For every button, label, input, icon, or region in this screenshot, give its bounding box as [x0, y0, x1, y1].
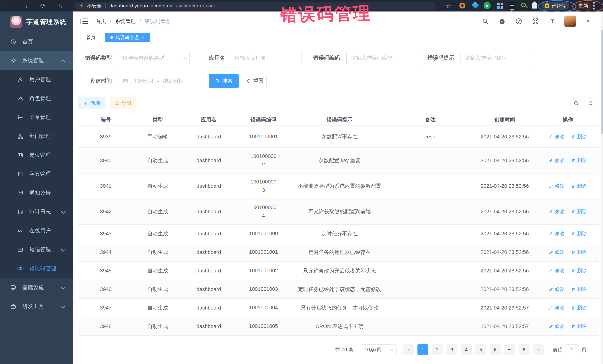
- delete-link[interactable]: 删除: [571, 208, 587, 215]
- logo-image: [10, 16, 22, 28]
- page-button-1[interactable]: 1: [417, 344, 428, 355]
- bookmark-star-icon[interactable]: ☆: [445, 2, 451, 10]
- show-search-toggle-button[interactable]: [570, 97, 582, 109]
- browser-back-button[interactable]: ←: [1, 0, 14, 11]
- breadcrumb-item[interactable]: 系统管理: [115, 18, 136, 25]
- browser-home-button[interactable]: ⌂: [54, 0, 67, 11]
- range-separator: -: [157, 78, 159, 84]
- help-icon[interactable]: [515, 18, 522, 25]
- search-icon[interactable]: [482, 18, 489, 25]
- github-icon[interactable]: [499, 18, 505, 25]
- page-buttons: ‹123456•••8›: [403, 344, 544, 355]
- fullscreen-icon[interactable]: [532, 18, 539, 25]
- more-pages-button[interactable]: •••: [504, 344, 515, 355]
- page-size-select[interactable]: 10条/页: [361, 344, 397, 355]
- refresh-table-button[interactable]: [585, 97, 596, 109]
- sidebar-item-菜单管理[interactable]: 菜单管理: [0, 108, 73, 127]
- page-button-6[interactable]: 6: [490, 344, 500, 355]
- cell-created: 2021-04-20 23:52:56: [473, 133, 536, 141]
- error-hint-input[interactable]: 请输入错误码提示: [461, 51, 532, 65]
- delete-link[interactable]: 删除: [571, 183, 587, 189]
- gear-icon: [10, 58, 17, 64]
- edit-link[interactable]: 修改: [549, 286, 564, 292]
- sidebar-item-基础设施[interactable]: 基础设施: [0, 278, 73, 297]
- cell-app: dashboard: [182, 156, 236, 165]
- error-code-input[interactable]: 请输入错误码编码: [346, 51, 417, 65]
- delete-link[interactable]: 删除: [571, 286, 587, 292]
- sidebar-item-用户管理[interactable]: 用户管理: [0, 70, 73, 89]
- page-button-5[interactable]: 5: [475, 344, 486, 355]
- delete-link[interactable]: 删除: [571, 323, 587, 330]
- prev-page-button[interactable]: ‹: [403, 344, 414, 355]
- error-type-select[interactable]: 请选择错误码类型: [118, 51, 190, 65]
- page-button-3[interactable]: 3: [446, 344, 457, 355]
- page-button-2[interactable]: 2: [432, 344, 443, 355]
- edit-link[interactable]: 修改: [549, 267, 564, 274]
- tab-error-code[interactable]: 错误码管理 ×: [105, 33, 150, 42]
- search-button[interactable]: 搜索: [209, 74, 239, 88]
- edit-link[interactable]: 修改: [549, 305, 564, 311]
- sidebar-item-在线用户[interactable]: 在线用户: [0, 221, 73, 240]
- extension-icon[interactable]: [497, 3, 500, 5]
- profile-paused-chip[interactable]: 已暂停: [541, 2, 569, 10]
- reset-button-label: 重置: [253, 77, 264, 85]
- sidebar-item-岗位管理[interactable]: 岗位管理: [0, 146, 73, 165]
- delete-link[interactable]: 删除: [571, 133, 587, 140]
- extension-icon[interactable]: [459, 3, 465, 9]
- page-button-8[interactable]: 8: [519, 344, 530, 355]
- next-page-button[interactable]: ›: [533, 344, 544, 355]
- edit-link[interactable]: 修改: [549, 323, 564, 330]
- sidebar-item-首页[interactable]: 首页: [0, 32, 73, 51]
- edit-link[interactable]: 修改: [549, 249, 564, 255]
- extension-icon[interactable]: on: [509, 2, 515, 9]
- font-size-icon[interactable]: TT: [549, 18, 555, 24]
- scrollbar-thumb[interactable]: [601, 30, 603, 134]
- extensions-puzzle-icon[interactable]: [532, 3, 537, 9]
- extension-icon[interactable]: v: [484, 2, 491, 9]
- sidebar-item-角色管理[interactable]: 角色管理: [0, 89, 73, 108]
- goto-page: 前往 1 页: [553, 344, 587, 355]
- extension-icon[interactable]: [521, 3, 526, 7]
- sidebar-item-系统管理[interactable]: 系统管理: [0, 51, 73, 70]
- app-name-input[interactable]: 请输入应用名: [230, 51, 302, 65]
- page-button-4[interactable]: 4: [461, 344, 472, 355]
- tab-home[interactable]: 首页: [81, 33, 101, 42]
- cell-created: 2021-04-20 23:52:57: [473, 304, 536, 312]
- sidebar-collapse-icon[interactable]: [81, 18, 88, 24]
- sidebar-item-短信管理[interactable]: 短信管理: [0, 240, 73, 259]
- sidebar-item-部门管理[interactable]: 部门管理: [0, 127, 73, 146]
- delete-link[interactable]: 删除: [571, 249, 587, 255]
- edit-link[interactable]: 修改: [549, 133, 564, 140]
- browser-reload-button[interactable]: ⟳: [36, 0, 49, 11]
- goto-page-input[interactable]: 1: [566, 344, 579, 355]
- avatar-caret-icon[interactable]: ▼: [586, 19, 590, 24]
- extension-icon[interactable]: [472, 1, 479, 9]
- delete-link[interactable]: 删除: [571, 305, 587, 311]
- window-scrollbar[interactable]: [601, 11, 603, 364]
- sidebar-item-字典管理[interactable]: 字典管理: [0, 165, 73, 184]
- edit-link[interactable]: 修改: [549, 208, 564, 215]
- sidebar-item-研发工具[interactable]: 研发工具: [0, 297, 73, 316]
- browser-menu-icon[interactable]: •••: [593, 1, 595, 10]
- close-icon[interactable]: ×: [141, 35, 144, 40]
- delete-link[interactable]: 删除: [571, 157, 587, 164]
- edit-link[interactable]: 修改: [549, 157, 564, 164]
- browser-update-button[interactable]: 更新: [576, 2, 591, 10]
- cell-type: 自动生成: [134, 181, 182, 191]
- export-button[interactable]: 导出: [110, 97, 136, 109]
- tab-label: 首页: [86, 34, 95, 41]
- delete-link[interactable]: 删除: [571, 267, 587, 274]
- user-avatar[interactable]: [564, 16, 576, 27]
- add-button[interactable]: ＋ 新增: [78, 97, 105, 109]
- sidebar-item-审计日志[interactable]: 审计日志: [0, 202, 73, 221]
- edit-link[interactable]: 修改: [549, 183, 564, 189]
- reset-button[interactable]: 重置: [243, 74, 267, 88]
- edit-link[interactable]: 修改: [549, 230, 564, 237]
- sidebar-item-通知公告[interactable]: 通知公告: [0, 184, 73, 202]
- cell-app: dashboard: [182, 322, 236, 331]
- sidebar-item-错误码管理[interactable]: </>错误码管理: [0, 259, 73, 278]
- date-range-picker[interactable]: 开始日期 - 结束日期: [118, 74, 206, 88]
- delete-link[interactable]: 删除: [571, 230, 587, 237]
- browser-forward-button[interactable]: →: [19, 0, 32, 11]
- breadcrumb-item[interactable]: 首页: [96, 18, 106, 25]
